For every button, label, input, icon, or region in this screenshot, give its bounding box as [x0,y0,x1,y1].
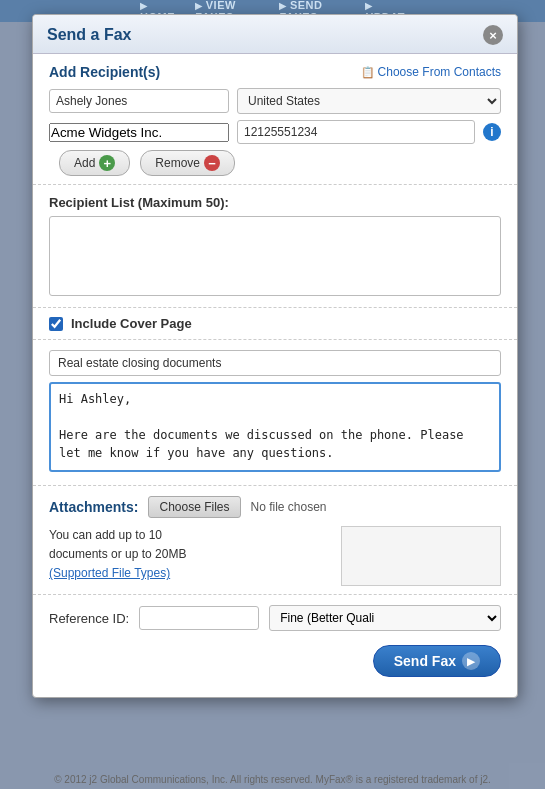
recipient-list-textarea[interactable] [49,216,501,296]
no-file-label: No file chosen [251,500,327,514]
cover-page-section: Include Cover Page [33,308,517,340]
file-drop-area [341,526,501,586]
attachments-title: Attachments: [49,499,138,515]
cover-page-checkbox[interactable] [49,317,63,331]
quality-select[interactable]: Fine (Better Quali [269,605,501,631]
close-button[interactable]: × [483,25,503,45]
attachments-info: You can add up to 10 documents or up to … [49,526,331,586]
add-recipients-section: Add Recipient(s) Choose From Contacts Un… [33,54,517,185]
modal-header: Send a Fax × [33,15,517,54]
country-select[interactable]: United States [237,88,501,114]
footer-section: Reference ID: Fine (Better Quali [33,595,517,639]
attachments-info-line2: documents or up to 20MB [49,545,331,564]
add-recipients-title: Add Recipient(s) [49,64,160,80]
recipient-list-label: Recipient List (Maximum 50): [49,195,501,210]
send-fax-label: Send Fax [394,653,456,669]
add-circle-icon: + [99,155,115,171]
send-row: Send Fax ▶ [33,639,517,681]
attachments-section: Attachments: Choose Files No file chosen… [33,486,517,595]
message-section: Hi Ashley, Here are the documents we dis… [33,340,517,486]
attachments-header: Attachments: Choose Files No file chosen [49,496,501,518]
play-icon: ▶ [462,652,480,670]
remove-circle-icon: − [204,155,220,171]
choose-from-contacts-link[interactable]: Choose From Contacts [361,65,501,79]
add-button[interactable]: Add + [59,150,130,176]
reference-id-label: Reference ID: [49,611,129,626]
fax-info-icon[interactable]: i [483,123,501,141]
reference-id-input[interactable] [139,606,259,630]
supported-file-types-link[interactable]: (Supported File Types) [49,566,170,580]
add-label: Add [74,156,95,170]
attachments-body: You can add up to 10 documents or up to … [49,526,501,586]
cover-page-label: Include Cover Page [71,316,192,331]
modal-title: Send a Fax [47,26,131,44]
remove-label: Remove [155,156,200,170]
recipient-name-input[interactable] [49,89,229,113]
attachments-info-line1: You can add up to 10 [49,526,331,545]
copyright-text: © 2012 j2 Global Communications, Inc. Al… [0,774,545,785]
company-fax-row: i [49,120,501,144]
remove-button[interactable]: Remove − [140,150,235,176]
message-subject-input[interactable] [49,350,501,376]
send-fax-modal: Send a Fax × Add Recipient(s) Choose Fro… [32,14,518,698]
add-remove-buttons-row: Add + Remove − [49,150,501,176]
send-fax-button[interactable]: Send Fax ▶ [373,645,501,677]
name-country-row: United States [49,88,501,114]
fax-number-input[interactable] [237,120,475,144]
recipient-list-section: Recipient List (Maximum 50): [33,185,517,308]
choose-files-button[interactable]: Choose Files [148,496,240,518]
message-body-textarea[interactable]: Hi Ashley, Here are the documents we dis… [49,382,501,472]
company-input[interactable] [49,123,229,142]
